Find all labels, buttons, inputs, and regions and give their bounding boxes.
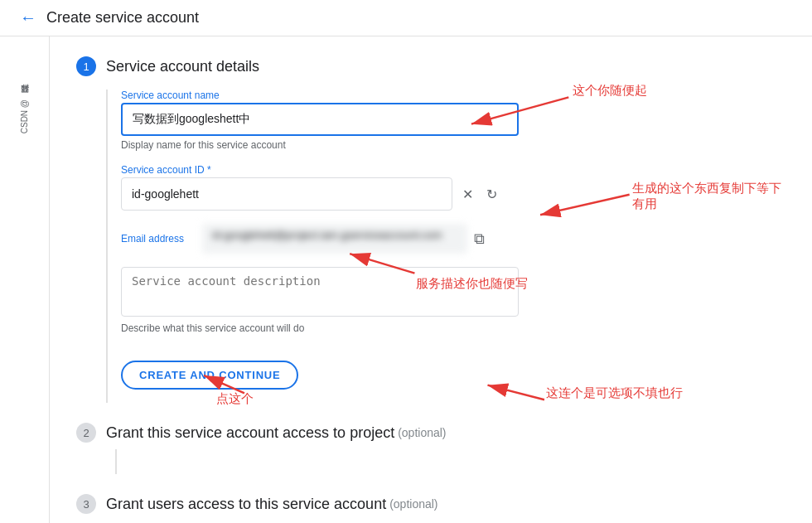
service-account-description-input[interactable] (121, 267, 519, 317)
step1-number: 1 (76, 56, 96, 76)
id-field-row: ✕ ↻ (121, 177, 785, 211)
sidebar-label: CSDN @囧幕择 (19, 99, 31, 133)
step2-optional: (optional) (398, 426, 446, 439)
step2-header: 2 Grant this service account access to p… (76, 423, 785, 443)
id-field-group: Service account ID * ✕ ↻ (121, 164, 785, 211)
id-refresh-button[interactable]: ↻ (483, 183, 500, 206)
step1-form: Service account name Display name for th… (106, 90, 785, 403)
step3-title: Grant users access to this service accou… (106, 496, 386, 513)
content-area: 1 Service account details Service accoun… (50, 36, 812, 523)
create-and-continue-button[interactable]: CREATE AND CONTINUE (121, 361, 298, 390)
service-account-name-input[interactable] (121, 103, 519, 136)
email-row: Email address id-googlehett@project.iam.… (121, 224, 785, 254)
desc-field-group: Describe what this service account will … (121, 267, 785, 334)
step2-number: 2 (76, 423, 96, 443)
page-title: Create service account (46, 9, 199, 27)
id-clear-button[interactable]: ✕ (459, 183, 476, 206)
step2-title: Grant this service account access to pro… (106, 424, 394, 442)
step3-number: 3 (76, 494, 96, 514)
step2-section: 2 Grant this service account access to p… (76, 423, 785, 474)
top-nav: ← Create service account (0, 0, 812, 36)
email-label: Email address (121, 233, 196, 245)
step1-header: 1 Service account details (76, 56, 785, 76)
name-hint: Display name for this service account (121, 139, 785, 151)
sidebar: CSDN @囧幕择 (0, 36, 50, 523)
step-connector-2 (115, 449, 117, 474)
name-label: Service account name (121, 90, 785, 101)
step3-optional: (optional) (389, 497, 437, 511)
desc-hint: Describe what this service account will … (121, 322, 785, 334)
back-button[interactable]: ← (20, 8, 36, 27)
step1-title: Service account details (106, 58, 259, 75)
step1-section: 1 Service account details Service accoun… (76, 56, 785, 403)
service-account-id-input[interactable] (121, 177, 452, 211)
step3-header: 3 Grant users access to this service acc… (76, 494, 785, 514)
copy-email-button[interactable]: ⧉ (474, 230, 485, 248)
step3-section: 3 Grant users access to this service acc… (76, 494, 785, 514)
id-label: Service account ID * (121, 164, 785, 176)
email-value: id-googlehett@project.iam.gserviceaccoun… (202, 224, 467, 254)
name-field-group: Service account name Display name for th… (121, 90, 785, 151)
